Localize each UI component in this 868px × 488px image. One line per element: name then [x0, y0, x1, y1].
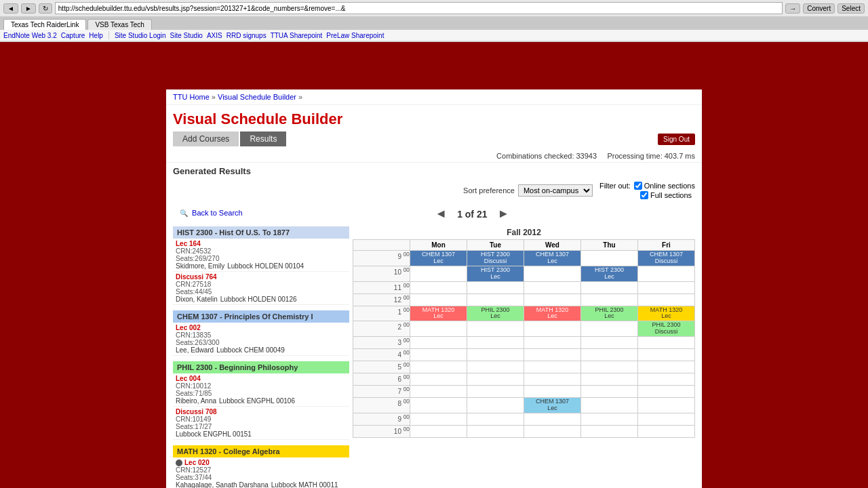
sign-out-button[interactable]: Sign Out [658, 134, 695, 145]
section-phil-disc-details: Lubbock ENGPHL 00151 [176, 430, 347, 438]
chem-location: Lubbock CHEM 00049 [216, 346, 285, 354]
cal-thu-10pm [581, 425, 638, 437]
section-hist-seats: Seats:269/270 [176, 255, 347, 262]
cal-thu-9 [581, 251, 638, 266]
tab-add-courses[interactable]: Add Courses [173, 131, 239, 146]
cal-header-time [353, 240, 410, 251]
time-7: 7 00 [353, 386, 410, 398]
section-chem-lec: Lec 002 CRN:13835 Seats:263/300 Lee, Edw… [173, 323, 349, 356]
cal-wed-4 [524, 349, 581, 361]
filter-online-checkbox[interactable] [634, 182, 642, 190]
section-lec004-label: Lec 004 [176, 375, 201, 382]
address-bar[interactable] [55, 2, 783, 14]
main-content: HIST 2300 - Hist Of U.S. To 1877 Lec 164… [166, 226, 702, 488]
cal-mon-10pm [410, 425, 467, 437]
cal-fri-12 [638, 293, 695, 306]
bookmark-sitestudio-login[interactable]: Site Studio Login [115, 32, 166, 39]
phil-tue-block: PHIL 2300Lec [467, 306, 524, 321]
calendar-table: Mon Tue Wed Thu Fri 9 00 CHEM 1307Lec HI… [353, 239, 695, 438]
table-row: 12 00 [353, 293, 695, 306]
tab-vsb[interactable]: VSB Texas Tech [87, 19, 151, 30]
tab-raiderlink[interactable]: Texas Tech RaiderLink [3, 19, 86, 30]
bookmark-capture[interactable]: Capture [61, 32, 85, 39]
math-lec020-instructor: Kahagalage, Sanath Darshana [176, 481, 269, 488]
bookmark-sitestudio[interactable]: Site Studio [170, 32, 203, 39]
cal-header-mon: Mon [410, 240, 467, 251]
bookmark-rrd[interactable]: RRD signups [226, 32, 267, 39]
chem-wed-8-block: CHEM 1307Lec [524, 398, 580, 413]
page-body: TTU Home » Visual Schedule Builder » Vis… [166, 89, 702, 488]
cal-mon-7 [410, 386, 467, 398]
course-title-hist: HIST 2300 - Hist Of U.S. To 1877 [173, 226, 349, 239]
cal-fri-1: MATH 1320Lec [638, 306, 695, 321]
time-10pm: 10 00 [353, 425, 410, 437]
section-lec002-label: Lec 002 [176, 324, 201, 331]
processing-stat: Processing time: 403.7 ms [607, 152, 695, 160]
results-header: Generated Results [166, 163, 702, 180]
bookmark-prelaw[interactable]: PreLaw Sharepoint [326, 32, 384, 39]
calendar-area: Fall 2012 Mon Tue Wed Thu Fri [353, 226, 695, 488]
cal-header-tue: Tue [467, 240, 524, 251]
back-search-link[interactable]: 🔍 Back to Search [180, 209, 243, 217]
browser-toolbar: ◄ ► ↻ → Convert Select [0, 0, 868, 17]
filter-full-checkbox[interactable] [640, 191, 648, 199]
table-row: 8 00 CHEM 1307Lec [353, 398, 695, 413]
browser-chrome: ◄ ► ↻ → Convert Select Texas Tech Raider… [0, 0, 868, 42]
cal-tue-12 [467, 293, 524, 306]
cal-mon-1: MATH 1320Lec [410, 306, 467, 321]
time-10: 10 00 [353, 266, 410, 281]
prev-page-button[interactable]: ◄ [435, 207, 447, 221]
cal-thu-7 [581, 386, 638, 398]
section-hist-disc-seats: Seats:44/45 [176, 288, 347, 296]
back-button[interactable]: ◄ [3, 3, 18, 14]
hist-location: Lubbock HOLDEN 00104 [227, 262, 304, 270]
stats-bar: Combinations checked: 33943 Processing t… [166, 150, 702, 163]
hist-disc-location: Lubbock HOLDEN 00126 [220, 296, 297, 303]
cal-tue-4 [467, 349, 524, 361]
cal-wed-9pm [524, 413, 581, 425]
table-row: 10 00 HIST 2300Lec HIST 2300Lec [353, 266, 695, 281]
select-button[interactable]: Select [837, 3, 865, 14]
cal-thu-5 [581, 361, 638, 373]
section-disc708-label: Discussi 708 [176, 408, 217, 415]
bookmark-endnote[interactable]: EndNote Web 3.2 [3, 32, 57, 39]
course-title-chem: CHEM 1307 - Principles Of Chemistry I [173, 310, 349, 323]
phil-location: Lubbock ENGPHL 00106 [219, 397, 295, 405]
cal-tue-7 [467, 386, 524, 398]
section-lec164-label: Lec 164 [176, 240, 201, 247]
section-phil-disc-crn: CRN:10149 [176, 415, 347, 423]
sort-filter-bar: Sort preference Most on-campus Least con… [166, 180, 702, 201]
hist2300-tue-block: HIST 2300Lec [467, 266, 524, 281]
cal-fri-10pm [638, 425, 695, 437]
cal-wed-12 [524, 293, 581, 306]
sort-select[interactable]: Most on-campus Least conflicts Earliest … [518, 184, 593, 197]
hist-tue-block: HIST 2300Discussi [467, 251, 524, 266]
hist-wed-block: CHEM 1307Lec [524, 251, 580, 266]
breadcrumb-arrow2: » [298, 93, 302, 101]
cal-thu-9pm [581, 413, 638, 425]
radio-lec020[interactable] [176, 460, 182, 466]
convert-button[interactable]: Convert [803, 3, 835, 14]
table-row: 9 00 [353, 413, 695, 425]
filter-full: Full sections [640, 191, 692, 199]
next-page-button[interactable]: ► [498, 207, 510, 221]
tabs-bar: Add Courses Results Sign Out [166, 131, 702, 146]
cal-header-fri: Fri [638, 240, 695, 251]
cal-header-thu: Thu [581, 240, 638, 251]
tab-results[interactable]: Results [240, 131, 286, 146]
bookmark-axis[interactable]: AXIS [207, 32, 222, 39]
cal-mon-2 [410, 321, 467, 337]
section-hist-details: Skidmore, Emily Lubbock HOLDEN 00104 [176, 262, 347, 270]
go-button[interactable]: → [785, 3, 800, 14]
bookmark-help[interactable]: Help [89, 32, 103, 39]
section-math-lec020-seats: Seats:37/44 [176, 474, 347, 481]
breadcrumb-home[interactable]: TTU Home [173, 93, 210, 101]
search-icon: 🔍 [180, 209, 188, 217]
bookmark-ttua[interactable]: TTUA Sharepoint [271, 32, 323, 39]
cal-tue-11 [467, 281, 524, 293]
refresh-button[interactable]: ↻ [39, 3, 52, 14]
math-lec020-location: Lubbock MATH 00011 [271, 481, 338, 488]
nav-row: 🔍 Back to Search ◄ 1 of 21 ► [166, 201, 702, 226]
forward-button[interactable]: ► [21, 3, 36, 14]
breadcrumb-builder[interactable]: Visual Schedule Builder [218, 93, 296, 101]
